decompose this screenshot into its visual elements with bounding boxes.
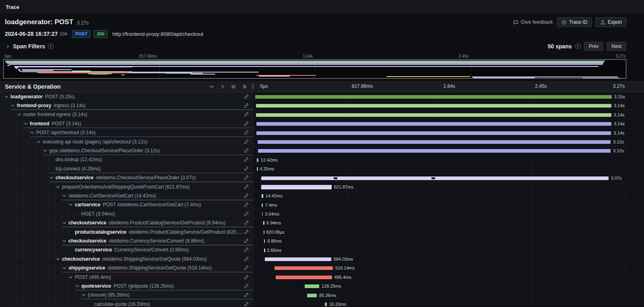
collapse-one-icon[interactable] (209, 84, 215, 89)
span-link-icon[interactable] (244, 247, 249, 253)
span-link-icon[interactable] (244, 229, 249, 235)
collapse-chevron-icon[interactable] (10, 103, 15, 108)
prev-button[interactable]: Prev (584, 42, 604, 51)
span-name-cell[interactable]: dns.lookup (12.42ms) (0, 156, 253, 164)
span-name-cell[interactable]: executing api route (pages) /api/checkou… (0, 137, 253, 146)
span-name-cell[interactable]: currencyservice CurrencyService/Convert … (0, 246, 253, 255)
span-timeline-cell[interactable]: 621.87ms (253, 183, 644, 191)
span-timeline-cell[interactable]: 128.25ms (253, 282, 644, 290)
span-link-icon[interactable] (244, 301, 249, 307)
collapse-chevron-icon[interactable] (81, 292, 86, 297)
span-timeline-cell[interactable]: 12.42ms (253, 156, 644, 164)
collapse-chevron-icon[interactable] (62, 266, 67, 270)
span-link-icon[interactable] (244, 148, 249, 154)
collapse-all-icon[interactable] (231, 84, 236, 89)
span-bar[interactable] (256, 131, 611, 135)
span-bar[interactable] (256, 104, 611, 108)
span-timeline-cell[interactable]: 3.14s (253, 101, 644, 110)
span-timeline-cell[interactable]: 4.25ms (253, 164, 644, 173)
span-timeline-cell[interactable]: 2.66ms (253, 246, 644, 255)
span-bar[interactable] (258, 140, 611, 144)
span-link-icon[interactable] (244, 184, 249, 190)
span-name-cell[interactable]: quoteservice POST /getquote (128.25ms) (0, 282, 253, 290)
expand-all-icon[interactable] (242, 84, 247, 89)
span-timeline-cell[interactable]: 3.14s (253, 110, 644, 119)
span-name-cell[interactable]: {closure} (85.26ms) (0, 291, 253, 300)
span-name-cell[interactable]: cartservice POST /oteldemo.CartService/G… (0, 201, 253, 210)
collapse-chevron-icon[interactable] (62, 193, 67, 198)
collapse-chevron-icon[interactable] (56, 257, 60, 261)
span-timeline-cell[interactable]: 584.03ms (253, 255, 644, 263)
span-link-icon[interactable] (244, 130, 249, 135)
span-link-icon[interactable] (244, 193, 249, 199)
column-resize-handle[interactable] (252, 84, 254, 89)
trace-id-button[interactable]: Trace ID (557, 17, 592, 27)
span-timeline-cell[interactable]: 7.4ms (253, 201, 644, 210)
span-bar[interactable] (276, 276, 332, 279)
span-name-cell[interactable]: productcatalogservice oteldemo.ProductCa… (0, 228, 253, 236)
span-name-cell[interactable]: shippingservice oteldemo.ShippingService… (0, 263, 253, 272)
collapse-chevron-icon[interactable] (43, 148, 47, 153)
span-name-cell[interactable]: checkoutservice oteldemo.ProductCatalogS… (0, 218, 253, 227)
span-link-icon[interactable] (244, 265, 249, 271)
collapse-chevron-icon[interactable] (62, 220, 67, 225)
span-bar[interactable] (255, 95, 612, 99)
span-name-cell[interactable]: loadgenerator POST (3.15s) (0, 92, 253, 101)
export-button[interactable]: Export (596, 17, 626, 27)
expand-one-icon[interactable] (220, 84, 225, 89)
span-name-cell[interactable]: oteldemo.CartService/GetCart (14.42ms) (0, 191, 253, 200)
span-filters-label[interactable]: Span Filters (13, 43, 45, 50)
collapse-chevron-icon[interactable] (56, 185, 60, 189)
give-feedback-link[interactable]: Give feedback (513, 19, 553, 25)
span-count-info-icon[interactable]: i (575, 44, 581, 49)
span-link-icon[interactable] (244, 274, 249, 280)
collapse-chevron-icon[interactable] (68, 202, 73, 207)
span-timeline-cell[interactable]: 3.04ms (253, 210, 644, 218)
span-bar[interactable] (256, 113, 611, 117)
span-timeline-cell[interactable]: 3.07s (253, 174, 644, 183)
collapse-chevron-icon[interactable] (17, 112, 22, 117)
span-name-cell[interactable]: frontend-proxy ingress (3.14s) (0, 101, 253, 110)
span-bar[interactable] (265, 257, 331, 261)
span-name-cell[interactable]: grpc.oteldemo.CheckoutService/PlaceOrder… (0, 146, 253, 155)
span-link-icon[interactable] (244, 112, 249, 117)
span-timeline-cell[interactable]: 3.12s (253, 137, 644, 146)
next-button[interactable]: Next (607, 42, 626, 51)
span-link-icon[interactable] (244, 121, 249, 127)
span-timeline-cell[interactable]: 495.4ms (253, 273, 644, 282)
span-timeline-cell[interactable]: 3.14s (253, 119, 644, 128)
span-link-icon[interactable] (244, 292, 249, 298)
span-name-cell[interactable]: checkoutservice oteldemo.ShippingService… (0, 255, 253, 263)
span-timeline-cell[interactable]: 516.14ms (253, 263, 644, 272)
span-name-cell[interactable]: prepareOrderItemsAndShippingQuoteFromCar… (0, 183, 253, 191)
span-timeline-cell[interactable]: 8.86ms (253, 236, 644, 245)
span-timeline-cell[interactable]: 820.08μs (253, 228, 644, 236)
span-link-icon[interactable] (244, 157, 249, 162)
minimap-canvas[interactable] (3, 59, 626, 79)
collapse-chevron-icon[interactable] (68, 275, 73, 280)
span-link-icon[interactable] (244, 211, 249, 217)
span-filters-info-icon[interactable]: i (48, 44, 54, 49)
span-filters-caret-icon[interactable] (6, 44, 10, 49)
span-timeline-cell[interactable]: 16.33ms (253, 300, 644, 307)
span-link-icon[interactable] (244, 103, 249, 108)
span-bar[interactable] (275, 266, 333, 270)
span-link-icon[interactable] (244, 166, 249, 172)
span-link-icon[interactable] (244, 220, 249, 226)
span-name-cell[interactable]: POST /api/checkout (3.14s) (0, 129, 253, 137)
span-bar[interactable] (256, 122, 611, 126)
span-link-icon[interactable] (244, 202, 249, 207)
span-timeline-cell[interactable]: 3.12s (253, 146, 644, 155)
span-bar[interactable] (261, 185, 332, 189)
collapse-chevron-icon[interactable] (4, 94, 9, 99)
span-link-icon[interactable] (244, 238, 249, 244)
span-name-cell[interactable]: HGET (3.04ms) (0, 210, 253, 218)
span-name-cell[interactable]: POST (495.4ms) (0, 273, 253, 282)
span-bar[interactable] (305, 284, 319, 288)
span-timeline-cell[interactable]: 85.26ms (253, 291, 644, 300)
collapse-chevron-icon[interactable] (30, 130, 35, 135)
span-name-cell[interactable]: router frontend egress (3.14s) (0, 110, 253, 119)
collapse-chevron-icon[interactable] (62, 239, 67, 243)
collapse-chevron-icon[interactable] (36, 139, 41, 144)
collapse-chevron-icon[interactable] (23, 121, 28, 126)
